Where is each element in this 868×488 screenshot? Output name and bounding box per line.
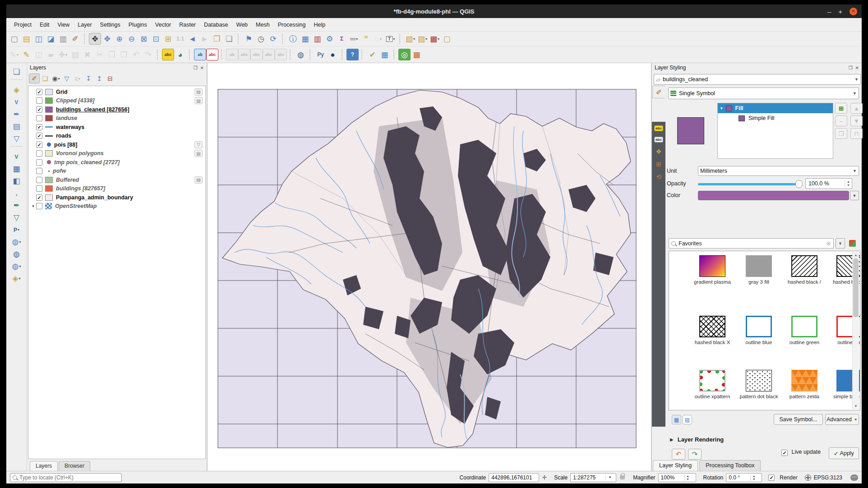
text-annotation-icon[interactable]: T▾ [384, 33, 397, 45]
layer-visibility-checkbox[interactable] [36, 150, 42, 157]
layer-item-pofw[interactable]: pofw [28, 167, 205, 176]
dropdown-caret-icon[interactable]: ▾ [425, 37, 427, 41]
dropdown-caret-icon[interactable]: ▾ [19, 264, 21, 268]
attribute-table-icon[interactable]: ▦ [299, 33, 311, 45]
annotation-icon[interactable]: ◌▾ [372, 33, 384, 45]
bookmarks-icon[interactable]: ⚑ [243, 33, 255, 45]
move-label-icon[interactable]: abc [250, 49, 263, 60]
processing-toolbox-icon[interactable]: ⚙ [323, 33, 336, 45]
clear-search-icon[interactable]: ⊗ [826, 240, 831, 247]
opacity-spinbox[interactable]: 100.0 % ▲▼ [805, 178, 852, 189]
remove-layer-icon[interactable]: ⊟ [105, 74, 115, 83]
select-features-icon[interactable]: ▧▾ [404, 33, 416, 45]
tab-layers[interactable]: Layers [30, 461, 58, 471]
osm-place-search-icon[interactable]: ◎ [398, 49, 411, 60]
maximize-button[interactable]: + [838, 8, 842, 15]
layer-item-buffered[interactable]: Buffered▤ [28, 175, 205, 184]
open-layer-styling-panel-icon[interactable]: ✐ [29, 74, 40, 83]
symbol-hashed-black-x[interactable]: hashed black X [691, 316, 734, 345]
scroll-down-icon[interactable]: ▼ [853, 403, 859, 409]
deselect-features-icon[interactable]: ▩▾ [429, 33, 441, 45]
layer-labeling-icon[interactable]: abc [162, 49, 174, 60]
symbol-pattern-zelda[interactable]: pattern zelda [783, 370, 826, 400]
layer-item-openstreetmap[interactable]: ▾OpenStreetMap [28, 202, 205, 211]
symbol-outline-xpattern[interactable]: outline xpattern [691, 370, 734, 400]
layer-item-pois[interactable]: ✓pois [88]▽ [28, 140, 205, 149]
layer-visibility-checkbox[interactable] [36, 159, 42, 166]
dropdown-caret-icon[interactable]: ▾ [356, 37, 358, 41]
temporal-controller-icon[interactable]: ◷ [255, 33, 267, 45]
new-spatialite-layer-icon[interactable]: ✒ [9, 108, 24, 120]
symbol-layer-tree[interactable]: ▾ Fill Simple Fill [717, 103, 833, 159]
memory-layer-indicator-icon[interactable]: ▤ [194, 176, 203, 184]
change-label-icon[interactable]: abc [275, 49, 287, 60]
statistics-icon[interactable]: ▥ [311, 33, 323, 45]
redo-icon[interactable]: ↷ [142, 49, 154, 60]
tab-3d-view-icon[interactable]: ❖ [656, 148, 662, 155]
dropdown-caret-icon[interactable]: ▾ [17, 53, 18, 57]
filter-indicator-icon[interactable]: ▽ [194, 141, 203, 148]
symbol-pattern-dot-black[interactable]: pattern dot black [737, 370, 780, 400]
dropdown-caret-icon[interactable]: ▾ [393, 37, 395, 41]
magnifier-spinbox[interactable]: ▲▼ [658, 473, 696, 482]
apply-button[interactable]: ✓ Apply [829, 447, 859, 459]
layer-item-pampanga_admin_boundary[interactable]: ✓Pampanga_admin_boundary [28, 193, 205, 202]
list-view-toggle[interactable]: ▤ [683, 415, 692, 424]
add-web-service-layer-icon[interactable]: ◈▾ [9, 272, 24, 285]
rotation-spinbox[interactable]: ▲▼ [726, 473, 762, 482]
zoom-to-layer-icon[interactable]: ⊡ [150, 33, 162, 45]
symbol-gray-3-fill[interactable]: gray 3 fill [737, 255, 780, 285]
color-dropdown-caret[interactable]: ▼ [850, 191, 859, 200]
zoom-to-selection-icon[interactable]: ⊞ [162, 33, 174, 45]
layer-item-tmp[interactable]: tmp pois_cleaned [2727] [28, 158, 205, 167]
tab-layer-styling[interactable]: Layer Styling [653, 460, 698, 471]
messages-icon[interactable] [850, 474, 858, 481]
layer-visibility-checkbox[interactable] [36, 115, 42, 121]
tab-browser[interactable]: Browser [59, 461, 90, 471]
add-wms-layer-icon[interactable]: ◍▾ [9, 236, 24, 248]
map-canvas[interactable] [208, 63, 651, 471]
symbols-scrollbar[interactable]: ▲ ▼ [852, 252, 859, 409]
zoom-last-icon[interactable]: ◄ [186, 33, 199, 45]
zoom-full-icon[interactable]: ⊠ [138, 33, 150, 45]
save-symbol-button[interactable]: Save Symbol... [774, 414, 823, 425]
dropdown-caret-icon[interactable]: ▾ [65, 53, 67, 57]
add-postgis-layer-icon[interactable]: P▾ [9, 224, 24, 236]
rotation-input[interactable] [729, 474, 750, 481]
spinner-arrows-icon[interactable]: ▲▼ [750, 474, 757, 481]
icon-view-toggle[interactable]: ▦ [672, 415, 681, 424]
refresh-map-icon[interactable]: ⟳ [267, 33, 279, 45]
pan-to-selection-icon[interactable]: ✥ [101, 33, 113, 45]
append-features-icon[interactable]: ▦ [379, 49, 391, 60]
add-vector-layer-icon[interactable]: V [9, 151, 24, 163]
layer-item-grid[interactable]: ✓Grid▤ [28, 87, 205, 97]
spinner-arrows-icon[interactable]: ▲▼ [684, 474, 691, 481]
osm-edit-icon[interactable]: ▩ [411, 49, 423, 60]
close-panel-icon[interactable]: ✕ [200, 65, 204, 70]
identify-features-icon[interactable]: ⓘ [287, 33, 299, 45]
add-wfs-layer-icon[interactable]: ◍▾ [9, 260, 24, 272]
layer-visibility-checkbox[interactable] [36, 168, 42, 174]
layer-visibility-checkbox[interactable]: ✓ [36, 194, 42, 201]
new-map-view-icon[interactable]: ❐ [211, 33, 223, 45]
new-virtual-layer-icon[interactable]: ▽ [9, 133, 24, 145]
open-project-icon[interactable]: ▤ [20, 33, 32, 45]
show-statistical-summary-icon[interactable]: Σ [336, 33, 348, 45]
close-button[interactable]: ✕ [850, 8, 857, 15]
menu-raster[interactable]: Raster [175, 20, 200, 30]
layer-item-voronoi[interactable]: Voronoi polygons▤ [28, 149, 205, 158]
close-panel-icon[interactable]: ✕ [855, 65, 859, 70]
tab-diagrams-icon[interactable]: ⊞ [656, 161, 661, 168]
show-hidden-labels-icon[interactable]: abc [238, 49, 250, 60]
symbol-search-field[interactable]: Favorites ⊗ [669, 238, 834, 249]
measure-icon[interactable]: ═▾ [348, 33, 360, 45]
remove-symbol-layer-button[interactable]: – [835, 115, 847, 126]
dropdown-caret-icon[interactable]: ▾ [18, 228, 19, 232]
layer-visibility-checkbox[interactable] [36, 97, 42, 104]
geometry-checker-icon[interactable]: ✔ [366, 49, 379, 60]
symbol-outline-green[interactable]: outline green [783, 316, 826, 345]
coordinate-box[interactable] [489, 473, 539, 482]
add-polygon-feature-icon[interactable]: ▰ [45, 49, 57, 60]
expand-arrow-icon[interactable]: ▶ [670, 437, 674, 442]
add-virtual-layer-icon[interactable]: ▽ [9, 212, 24, 224]
